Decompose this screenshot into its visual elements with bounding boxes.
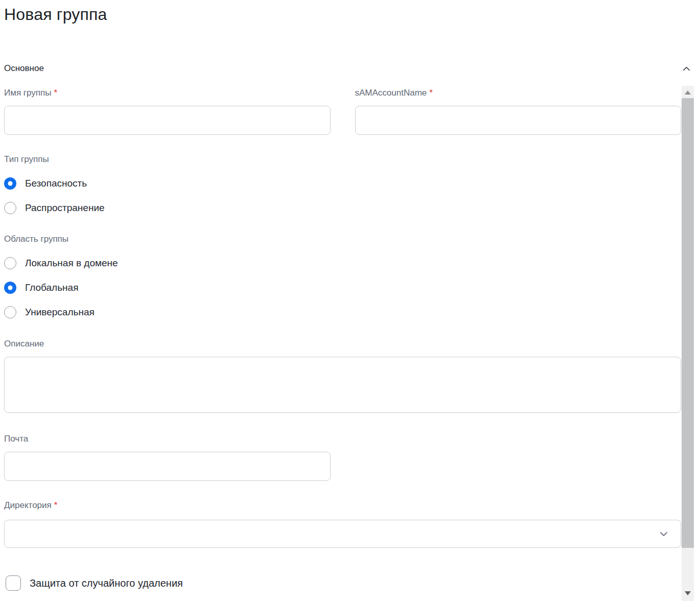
radio-option-distribution[interactable]: Распространение [4, 202, 105, 214]
protect-deletion-label: Защита от случайного удаления [30, 575, 183, 591]
directory-field: Директория* [4, 500, 681, 548]
group-scope-label: Область группы [4, 234, 681, 244]
directory-label: Директория* [4, 500, 681, 511]
radio-option-universal[interactable]: Универсальная [4, 306, 95, 318]
radio-option-label: Глобальная [25, 282, 78, 294]
radio-security-icon[interactable] [4, 177, 16, 190]
radio-option-global[interactable]: Глобальная [4, 282, 78, 294]
radio-option-domain-local[interactable]: Локальная в домене [4, 257, 118, 269]
group-type-label: Тип группы [4, 154, 681, 165]
radio-option-label: Локальная в домене [25, 257, 118, 269]
chevron-up-icon [682, 64, 691, 74]
radio-option-security[interactable]: Безопасность [4, 177, 87, 190]
radio-domain-local-icon[interactable] [4, 257, 16, 269]
radio-global-icon[interactable] [4, 282, 16, 294]
radio-option-label: Распространение [25, 202, 105, 214]
vertical-scrollbar[interactable] [682, 86, 694, 601]
new-group-form-page: Новая группа Основное Имя группы* sAMAcc… [4, 0, 681, 591]
section-basic-title: Основное [4, 63, 44, 74]
protect-deletion-row[interactable]: Защита от случайного удаления [4, 575, 183, 591]
group-scope-options: Локальная в домене Глобальная Универсаль… [4, 257, 681, 318]
directory-select[interactable] [4, 520, 681, 548]
group-name-input[interactable] [4, 106, 331, 135]
description-textarea[interactable] [4, 357, 681, 413]
scrollbar-up-button[interactable] [682, 86, 694, 99]
sam-account-name-input[interactable] [355, 106, 682, 135]
name-fields-row: Имя группы* sAMAccountName* [4, 88, 681, 135]
radio-distribution-icon[interactable] [4, 202, 16, 214]
group-name-label: Имя группы* [4, 88, 331, 98]
group-name-field: Имя группы* [4, 88, 331, 135]
radio-option-label: Безопасность [25, 177, 87, 190]
section-collapse-button[interactable] [681, 63, 691, 74]
section-basic-header: Основное [4, 63, 691, 74]
radio-universal-icon[interactable] [4, 306, 16, 318]
page-title: Новая группа [4, 3, 681, 26]
sam-account-name-field: sAMAccountName* [355, 88, 682, 135]
description-label: Описание [4, 339, 681, 349]
required-asterisk: * [54, 500, 58, 510]
mail-field: Почта [4, 434, 331, 481]
mail-label: Почта [4, 434, 331, 444]
description-field: Описание [4, 339, 681, 413]
required-asterisk: * [54, 88, 57, 98]
scrollbar-down-button[interactable] [682, 586, 694, 601]
required-asterisk: * [429, 88, 433, 98]
mail-input[interactable] [4, 452, 331, 481]
group-type-options: Безопасность Распространение [4, 177, 681, 214]
sam-account-name-label: sAMAccountName* [355, 88, 682, 98]
protect-deletion-checkbox[interactable] [6, 575, 21, 591]
radio-option-label: Универсальная [25, 306, 95, 318]
scroll-up-icon [685, 90, 691, 95]
scrollbar-thumb[interactable] [682, 98, 694, 548]
chevron-down-icon [658, 528, 669, 540]
scroll-down-icon [685, 591, 691, 595]
